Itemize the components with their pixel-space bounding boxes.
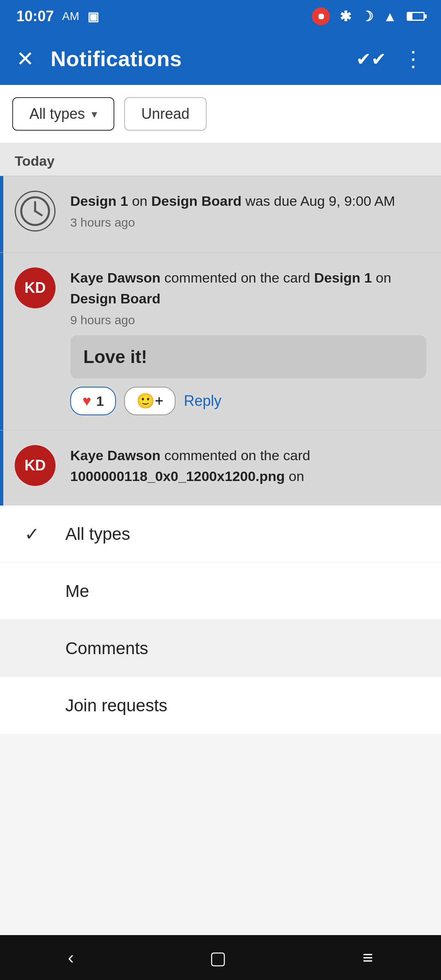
dropdown-item-join-requests[interactable]: ✓ Join requests xyxy=(0,677,441,734)
unread-filter-button[interactable]: Unread xyxy=(124,97,207,131)
dropdown-item-label: Comments xyxy=(65,639,148,658)
chevron-down-icon: ▾ xyxy=(91,107,97,121)
menu-button[interactable]: ≡ xyxy=(338,939,398,976)
home-button[interactable]: ▢ xyxy=(185,939,251,976)
notification-text: Kaye Dawson commented on the card 100000… xyxy=(70,445,426,487)
heart-icon: ♥ xyxy=(82,392,91,410)
close-button[interactable]: ✕ xyxy=(16,47,34,71)
all-types-label: All types xyxy=(29,105,85,122)
notification-content: Design 1 on Design Board was due Aug 9, … xyxy=(70,191,426,238)
reaction-count: 1 xyxy=(96,393,104,409)
more-options-button[interactable]: ⋮ xyxy=(403,47,425,71)
comment-bubble: Love it! xyxy=(70,335,426,379)
reply-button[interactable]: Reply xyxy=(184,392,221,410)
avatar: KD xyxy=(15,445,56,486)
comment-text: Love it! xyxy=(83,347,147,367)
dropdown-menu: ✓ All types ✓ Me ✓ Comments ✓ Join reque… xyxy=(0,506,441,734)
status-ampm: AM xyxy=(62,10,79,23)
bottom-navigation: ‹ ▢ ≡ xyxy=(0,935,441,980)
back-button[interactable]: ‹ xyxy=(43,939,98,976)
add-reaction-button[interactable]: 🙂+ xyxy=(124,387,176,415)
notification-item[interactable]: KD Kaye Dawson commented on the card Des… xyxy=(0,252,441,430)
mark-all-read-button[interactable]: ✔✔ xyxy=(356,49,386,69)
dnd-icon: ☽ xyxy=(361,8,373,24)
wifi-icon: ▲ xyxy=(383,9,397,24)
app-bar-actions: ✔✔ ⋮ xyxy=(356,47,425,71)
bluetooth-icon: ✱ xyxy=(340,8,351,24)
avatar-initials: KD xyxy=(24,457,46,474)
section-header-today: Today xyxy=(0,143,441,176)
notification-text: Design 1 on Design Board was due Aug 9, … xyxy=(70,191,426,212)
notification-time: 3 hours ago xyxy=(70,216,426,229)
app-bar: ✕ Notifications ✔✔ ⋮ xyxy=(0,33,441,85)
reaction-bar: ♥ 1 🙂+ Reply xyxy=(70,387,426,415)
svg-line-2 xyxy=(35,211,42,215)
all-types-filter-button[interactable]: All types ▾ xyxy=(12,97,114,131)
notifications-list: Today Design 1 on Design Board was due A… xyxy=(0,143,441,506)
heart-reaction-button[interactable]: ♥ 1 xyxy=(70,387,116,415)
status-bar-left: 10:07 AM ▣ xyxy=(16,8,99,25)
status-bar-right: ⏺ ✱ ☽ ▲ xyxy=(312,7,425,25)
notification-text: Kaye Dawson commented on the card Design… xyxy=(70,267,426,309)
dropdown-item-me[interactable]: ✓ Me xyxy=(0,563,441,620)
dropdown-item-label: All types xyxy=(65,524,130,544)
dropdown-item-label: Join requests xyxy=(65,696,167,715)
dropdown-item-label: Me xyxy=(65,581,89,601)
status-bar: 10:07 AM ▣ ⏺ ✱ ☽ ▲ xyxy=(0,0,441,33)
check-icon: ✓ xyxy=(24,523,49,544)
dropdown-item-all-types[interactable]: ✓ All types xyxy=(0,506,441,563)
avatar xyxy=(15,191,56,232)
rec-badge: ⏺ xyxy=(312,7,330,25)
page-title: Notifications xyxy=(51,47,340,71)
avatar: KD xyxy=(15,267,56,308)
status-time: 10:07 xyxy=(16,8,54,25)
notification-content: Kaye Dawson commented on the card 100000… xyxy=(70,445,426,491)
avatar-initials: KD xyxy=(24,279,46,296)
notification-item[interactable]: KD Kaye Dawson commented on the card 100… xyxy=(0,430,441,506)
screen-record-icon: ▣ xyxy=(87,9,99,24)
dropdown-item-comments[interactable]: ✓ Comments xyxy=(0,620,441,677)
battery-icon xyxy=(407,12,425,21)
notification-item[interactable]: Design 1 on Design Board was due Aug 9, … xyxy=(0,176,441,252)
unread-label: Unread xyxy=(141,105,189,122)
filter-bar: All types ▾ Unread xyxy=(0,85,441,143)
notification-content: Kaye Dawson commented on the card Design… xyxy=(70,267,426,415)
emoji-icon: 🙂+ xyxy=(136,392,163,409)
notification-time: 9 hours ago xyxy=(70,313,426,327)
